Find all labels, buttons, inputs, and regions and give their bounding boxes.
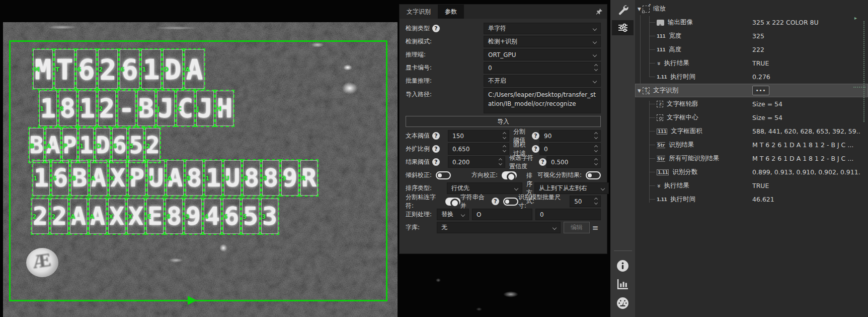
char-label: 8 bbox=[263, 175, 267, 182]
char-box: 88 bbox=[58, 90, 77, 127]
tree-guide bbox=[649, 16, 650, 77]
tree-item-12[interactable]: 1.11识别分数0.899, 0.913, 0.910, 0.902, 0.91… bbox=[635, 165, 868, 179]
area-filter-spinner[interactable]: 0 bbox=[539, 143, 601, 155]
spinner-arrows-icon[interactable] bbox=[595, 65, 597, 71]
help-icon[interactable] bbox=[492, 198, 499, 205]
recog-batch-size-label: 识别模型批量尺寸: bbox=[518, 193, 566, 210]
tree-item-3[interactable]: 111高度222 bbox=[635, 43, 868, 56]
detect-type-select[interactable]: 单字符 bbox=[484, 23, 601, 34]
tab-text-recognition[interactable]: 文字识别 bbox=[400, 5, 438, 19]
help-icon[interactable] bbox=[432, 25, 440, 32]
tree-item-8[interactable]: 文字框中心Size = 54 bbox=[635, 111, 868, 124]
help-icon[interactable] bbox=[532, 145, 539, 153]
split-adhesion-toggle[interactable] bbox=[445, 198, 460, 206]
direction-correction-toggle[interactable] bbox=[502, 171, 517, 179]
tree-label: 缩放 bbox=[653, 5, 666, 13]
parameters-sliders-button[interactable] bbox=[612, 20, 634, 35]
spinner-arrows-icon[interactable] bbox=[595, 133, 597, 139]
char-label: 6 bbox=[77, 66, 81, 73]
ocr-line-2: 11881122--BBJJCCJJHH bbox=[38, 90, 234, 127]
string-merge-toggle[interactable] bbox=[503, 198, 518, 206]
regex-from-input[interactable]: O bbox=[472, 209, 532, 220]
skew-correction-label: 倾斜校正: bbox=[406, 171, 432, 179]
spinner-arrows-icon[interactable] bbox=[503, 133, 506, 139]
tree-guide bbox=[649, 145, 655, 145]
histogram-icon bbox=[616, 278, 629, 291]
tab-parameters[interactable]: 参数 bbox=[438, 5, 464, 19]
char-box: DD bbox=[162, 48, 184, 90]
tree-item-11[interactable]: Str所有可能识别结果M T 6 2 6 1 D A 1 8 1 2 - B J… bbox=[635, 152, 868, 165]
char-box: 88 bbox=[261, 159, 280, 197]
tools-wrench-button[interactable] bbox=[610, 0, 635, 19]
tree-item-14[interactable]: 1.11执行时间46.621 bbox=[635, 193, 868, 206]
char-label: A bbox=[90, 213, 94, 220]
result-threshold-spinner[interactable]: 0.200 bbox=[448, 156, 505, 168]
hamburger-menu-icon[interactable]: ≡ bbox=[590, 223, 601, 232]
tree-item-4[interactable]: «执行结果TRUE bbox=[635, 56, 868, 70]
help-icon[interactable] bbox=[432, 145, 440, 153]
gpu-index-spinner[interactable]: 0 bbox=[484, 62, 601, 74]
help-icon[interactable] bbox=[432, 132, 440, 140]
more-options-button[interactable]: ••• bbox=[752, 86, 769, 95]
inference-engine-select[interactable]: ORT_GPU bbox=[484, 49, 601, 60]
tree-item-7[interactable]: 文字框轮廓Size = 54 bbox=[635, 97, 868, 111]
info-button[interactable] bbox=[610, 259, 635, 273]
char-box: CC bbox=[176, 90, 195, 127]
char-lib-edit-button[interactable]: 编辑 bbox=[564, 222, 590, 233]
tree-guide bbox=[649, 199, 655, 200]
help-icon[interactable] bbox=[539, 158, 546, 166]
tree-item-5[interactable]: 1.11执行时间0.276 bbox=[635, 70, 868, 84]
char-label: B bbox=[71, 175, 76, 182]
expand-ratio-spinner[interactable]: 0.650 bbox=[448, 143, 509, 155]
chevron-down-icon bbox=[593, 79, 597, 83]
char-box: 88 bbox=[185, 159, 204, 197]
tree-node-6[interactable]: ▼文字识别••• bbox=[635, 84, 868, 97]
batch-inference-select[interactable]: 不开启 bbox=[484, 75, 601, 87]
detect-mode-select[interactable]: 检测+识别 bbox=[484, 36, 601, 47]
spinner-arrows-icon[interactable] bbox=[503, 146, 506, 152]
detect-type-label: 检测类型 bbox=[406, 24, 430, 33]
char-box: 66 bbox=[51, 159, 70, 197]
tree-item-1[interactable]: 输出图像325 x 222 COLOR 8U bbox=[635, 16, 868, 29]
spinner-arrows-icon[interactable] bbox=[595, 146, 597, 152]
char-box: 66 bbox=[75, 48, 97, 90]
tree-item-2[interactable]: 111宽度325 bbox=[635, 29, 868, 43]
tree-item-10[interactable]: Str识别结果M T 6 2 6 1 D A 1 8 1 2 - B J C .… bbox=[635, 138, 868, 152]
panel-splitter[interactable] bbox=[863, 21, 864, 122]
candidate-confidence-spinner[interactable]: 0.500 bbox=[546, 156, 601, 168]
char-lib-select[interactable]: 无 bbox=[437, 222, 561, 233]
char-label: 9 bbox=[185, 213, 189, 220]
tree-item-9[interactable]: 111文字框面积588, 441, 620, 628, 653, 392, 59… bbox=[635, 124, 868, 138]
int-icon: 111 bbox=[657, 34, 665, 39]
visualize-segmentation-toggle[interactable] bbox=[586, 171, 601, 179]
regex-to-input[interactable]: 0 bbox=[535, 209, 601, 220]
histogram-button[interactable] bbox=[610, 277, 635, 291]
char-box: AA bbox=[184, 48, 205, 90]
char-box: 11 bbox=[32, 159, 51, 197]
char-box: 11 bbox=[204, 159, 223, 197]
help-icon[interactable] bbox=[432, 158, 440, 166]
char-box: 66 bbox=[119, 48, 140, 90]
split-threshold-spinner[interactable]: 90 bbox=[539, 130, 601, 142]
recog-batch-size-spinner[interactable]: 50 bbox=[570, 196, 601, 207]
regex-mode-select[interactable]: 替换 bbox=[437, 209, 469, 220]
skew-correction-toggle[interactable] bbox=[436, 171, 451, 179]
info-icon bbox=[616, 260, 629, 272]
spinner-arrows-icon[interactable] bbox=[595, 159, 597, 165]
help-icon[interactable] bbox=[532, 132, 539, 140]
text-threshold-spinner[interactable]: 150 bbox=[448, 130, 509, 142]
row-detect-type: 检测类型 单字符 bbox=[406, 23, 601, 34]
spinner-arrows-icon[interactable] bbox=[595, 198, 597, 204]
chevron-down-icon bbox=[514, 186, 518, 191]
import-path-input[interactable]: C:/Users/leaper/Desktop/transfer_station… bbox=[484, 88, 601, 113]
sort-order-select[interactable]: 从上到下从左到右 bbox=[534, 182, 609, 194]
pin-icon[interactable] bbox=[596, 8, 603, 15]
sort-type-select[interactable]: 行优先 bbox=[447, 182, 522, 194]
row-corrections: 倾斜校正: 方向校正: 可视化分割结果: bbox=[406, 169, 601, 181]
gauge-button[interactable] bbox=[610, 296, 635, 310]
import-button[interactable]: 导入 bbox=[406, 116, 601, 127]
tree-item-13[interactable]: «执行结果TRUE bbox=[635, 179, 868, 193]
tree-label: 执行时间 bbox=[670, 73, 695, 81]
tree-node-0[interactable]: ▼缩放 bbox=[635, 2, 868, 16]
spinner-arrows-icon[interactable] bbox=[499, 159, 502, 165]
